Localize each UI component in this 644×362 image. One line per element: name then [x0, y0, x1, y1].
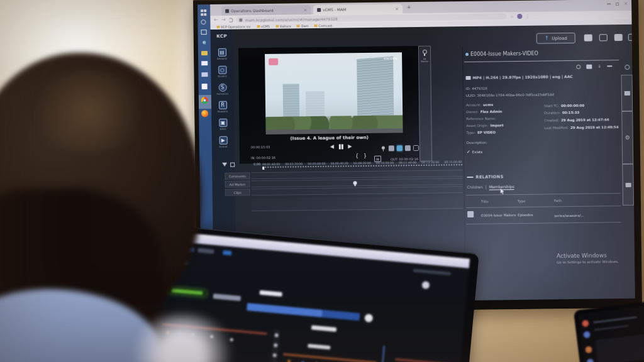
chrome-icon[interactable]	[201, 97, 208, 104]
row-path: series/seasons/...	[554, 214, 584, 218]
relations-tabs: Children | Memberships	[467, 184, 514, 190]
bookmark-item[interactable]: KCP Operations Inc	[216, 25, 251, 29]
pause-icon[interactable]	[339, 144, 343, 149]
sidebar-item-search[interactable]: ○SEARCH	[211, 66, 233, 78]
panel-icon[interactable]	[230, 163, 235, 167]
sidebar-item-browse[interactable]: ▤BROWSE	[211, 48, 233, 60]
monitor-icon[interactable]	[397, 145, 402, 151]
minimize-icon[interactable]	[607, 4, 611, 4]
browser-chrome: Operations Dashboard × vCMS - MAM × + ×	[210, 0, 631, 30]
info-toolbar: ↓	[576, 63, 612, 69]
sidebar-item-mlhub[interactable]: ▶MLHUB	[212, 136, 235, 148]
track-clips[interactable]: Clips	[225, 189, 250, 195]
upload-label: Upload	[552, 36, 567, 41]
firefox-icon[interactable]	[201, 110, 208, 117]
menu-kebab-icon[interactable]: ⋮	[525, 14, 530, 19]
reload-icon[interactable]	[229, 18, 233, 22]
bpms-icon: ▣	[219, 119, 227, 127]
ad-marker-panel[interactable]: Ad Marker	[418, 46, 432, 162]
upload-button[interactable]: ↑ Upload	[536, 33, 575, 44]
archive-panel-button[interactable]	[622, 164, 634, 206]
bookmark-label: vCMS	[261, 25, 270, 28]
ruler-tick: 00:11:40:00	[399, 160, 416, 164]
field-account: Account:ucms	[466, 103, 493, 107]
track-lane[interactable]	[252, 186, 463, 195]
volume-icon[interactable]	[405, 145, 411, 151]
row-checkbox[interactable]	[467, 211, 474, 217]
sidebar-item-bpms[interactable]: ▣BPMS	[211, 119, 234, 131]
task-view-icon[interactable]	[201, 30, 208, 36]
folder-icon[interactable]	[586, 64, 592, 69]
mail-icon[interactable]	[201, 61, 208, 67]
store-icon[interactable]	[202, 84, 208, 90]
tab-children[interactable]: Children	[467, 185, 483, 190]
edge-icon[interactable]: e	[201, 40, 208, 46]
tab-vcms-mam[interactable]: vCMS - MAM ×	[313, 4, 402, 14]
folder-icon[interactable]	[614, 34, 623, 41]
new-tab-button[interactable]: +	[405, 4, 413, 11]
next-frame-icon[interactable]: ▶	[348, 143, 352, 150]
fullscreen-icon[interactable]	[413, 145, 419, 151]
window-controls: ×	[607, 2, 628, 6]
zoom-icon[interactable]	[576, 64, 580, 69]
divider	[466, 193, 621, 195]
profile-avatar[interactable]	[517, 14, 522, 19]
playhead[interactable]	[262, 167, 264, 170]
marker-icon[interactable]	[380, 146, 386, 151]
divider	[466, 206, 621, 208]
archive-icon	[625, 182, 631, 187]
bookmark-item[interactable]: Comcast	[314, 24, 333, 28]
file-explorer-icon[interactable]	[201, 50, 208, 56]
current-timecode: 00:00:15:03	[251, 145, 270, 149]
field-type: Type:EP VIDEO	[467, 130, 496, 134]
track-lane[interactable]	[252, 196, 463, 211]
mark-in-out-buttons[interactable]: {}	[355, 153, 372, 159]
settings-panel-button[interactable]: ⚙	[621, 111, 633, 164]
sidebar-item-packages[interactable]: SPACKAGES	[211, 84, 234, 96]
forward-icon[interactable]: →	[221, 17, 226, 23]
in-timecode: IN: 00:00:02:16	[251, 156, 275, 160]
bookmark-item[interactable]: vCMS	[257, 25, 270, 28]
prev-frame-icon[interactable]: ◀	[330, 144, 334, 150]
tab-close-icon[interactable]: ×	[303, 8, 307, 13]
folder-icon	[275, 25, 279, 28]
ruler-tick: 00:03:20:00	[285, 162, 303, 165]
start-button-icon[interactable]	[201, 9, 207, 16]
outlook-icon[interactable]	[201, 72, 208, 79]
ruler-tick: 00:10:00:00	[376, 160, 394, 164]
filter-icon[interactable]	[222, 163, 227, 167]
bookmark-item[interactable]: Kaltura	[275, 24, 291, 28]
info-circle-icon[interactable]	[625, 65, 630, 70]
tab-operations-dashboard[interactable]: Operations Dashboard ×	[221, 5, 311, 16]
track-ad-marker[interactable]: Ad Marker	[225, 180, 250, 187]
video-frame[interactable]: KOCOWA	[265, 52, 403, 134]
back-icon[interactable]: ←	[214, 17, 218, 23]
row-title[interactable]: E0004-Issue Makers	[481, 213, 516, 217]
asset-id: ID: 4479328	[466, 87, 487, 90]
maximize-icon[interactable]	[616, 3, 619, 6]
packages-icon: S	[218, 84, 226, 92]
timeline-marker-pin[interactable]	[353, 181, 358, 185]
sidebar-item-reindex[interactable]: RREINDEX	[211, 101, 234, 113]
bookmark-star-icon[interactable]: ☆	[510, 14, 514, 19]
search-icon[interactable]	[201, 19, 207, 26]
sidebar-label: SEARCH	[212, 75, 232, 78]
film-panel-button[interactable]	[621, 75, 633, 111]
collapse-icon[interactable]	[607, 65, 612, 67]
sidebar-label: REINDEX	[213, 110, 233, 113]
close-icon[interactable]: ×	[624, 2, 628, 6]
video-player: KOCOWA (Issue 4. A league of their own) …	[238, 46, 419, 163]
reindex-icon: R	[218, 101, 226, 109]
track-comments[interactable]: Comments	[225, 172, 250, 179]
lock-icon	[240, 18, 243, 21]
relations-header[interactable]: RELATIONS	[467, 174, 503, 180]
bookmark-item[interactable]: Dam	[297, 24, 309, 28]
collapse-dash-icon	[467, 177, 473, 178]
annotate-icon[interactable]	[599, 34, 608, 41]
tab-close-icon[interactable]: ×	[395, 6, 399, 11]
comment-icon[interactable]	[389, 145, 394, 151]
panel-icon[interactable]	[628, 34, 635, 41]
comments-icon[interactable]	[584, 35, 592, 41]
media-icon	[465, 75, 470, 79]
download-icon[interactable]: ↓	[597, 63, 601, 69]
